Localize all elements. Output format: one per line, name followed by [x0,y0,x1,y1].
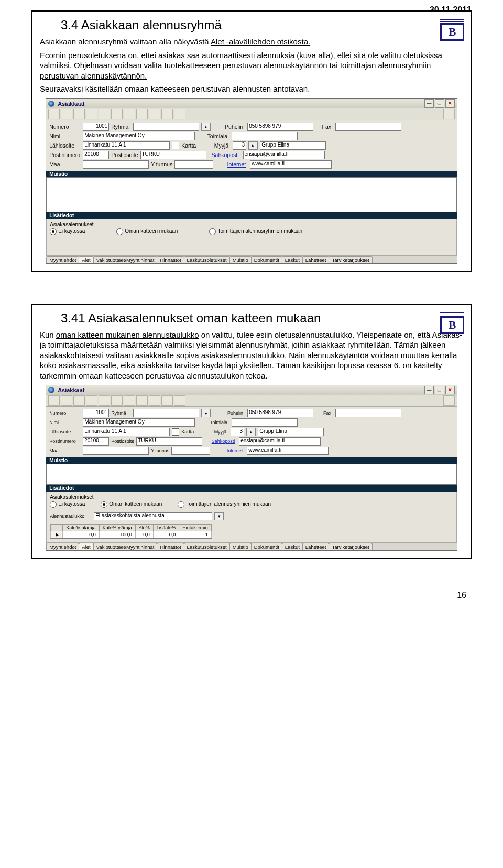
minimize-button[interactable]: — [424,99,434,108]
myyja-lookup-button[interactable]: ▸ [248,141,258,150]
puhelin-field[interactable]: 050 5898 979 [247,409,313,417]
ytunnus-field[interactable] [174,160,213,169]
muistio-textarea[interactable] [46,177,457,212]
toimiala-field[interactable] [232,418,298,427]
tab-alet[interactable]: Alet [79,256,93,263]
postinumero-field[interactable]: 20100 [83,437,109,446]
maa-field[interactable] [83,160,149,169]
alennus-grid[interactable]: Kate%-alaraja Kate%-yläraja Ale% Lisäale… [50,524,212,539]
toolbar-btn[interactable] [161,109,173,119]
radio-ei-kaytossa[interactable]: Ei käytössä [50,501,85,508]
lahiosoite-field[interactable]: Linnankatu 11 A 1 [83,428,170,436]
nimi-field[interactable]: Mäkinen Management Oy [83,418,195,427]
tab-hinnastot[interactable]: Hinnastot [157,543,184,550]
puhelin-field[interactable]: 050 5898 979 [247,123,313,131]
tab-myyntiehdot[interactable]: Myyntiehdot [46,543,79,550]
tab-vakiotuotteet[interactable]: Vakiotuotteet/Myyntihinnat [93,543,158,550]
close-button[interactable]: ✕ [445,99,455,108]
toolbar-btn[interactable] [73,109,85,119]
myyja-lookup-button[interactable]: ▸ [246,428,256,436]
toolbar-btn[interactable] [149,395,160,406]
toolbar-btn[interactable] [86,395,97,406]
radio-toimittajien[interactable]: Toimittajien alennusryhmien mukaan [178,501,271,508]
toolbar-btn[interactable] [443,109,455,119]
toolbar-btn[interactable] [174,395,185,406]
sahkoposti-field[interactable]: ensiapu@camilla.fi [239,437,321,446]
tab-lahetteet[interactable]: Lähetteet [302,543,330,550]
radio-ei-kaytossa[interactable]: Ei käytössä [50,228,85,235]
internet-field[interactable]: www.camilla.fi [247,447,329,455]
tab-laskut[interactable]: Laskut [282,256,303,263]
toolbar-btn[interactable] [174,109,185,119]
ryhma-field[interactable] [133,409,199,417]
tab-laskutusoletukset[interactable]: Laskutusoletukset [184,543,230,550]
tab-dokumentit[interactable]: Dokumentit [251,543,282,550]
toolbar-btn[interactable] [136,395,148,406]
dropdown-button[interactable]: ▾ [214,512,224,520]
ryhma-lookup-button[interactable]: ▸ [201,409,211,417]
toolbar-btn[interactable] [161,395,173,406]
tab-vakiotuotteet[interactable]: Vakiotuotteet/Myyntihinnat [93,256,158,263]
toolbar-btn[interactable] [99,395,110,406]
fax-field[interactable] [335,409,401,417]
myyja-name-field[interactable]: Grupp Elina [258,428,324,436]
tab-alet[interactable]: Alet [79,543,93,550]
ytunnus-field[interactable] [171,447,210,455]
toolbar-btn[interactable] [48,109,60,119]
toolbar-btn[interactable] [443,395,455,406]
radio-oman-katteen[interactable]: Oman katteen mukaan [101,501,162,508]
titlebar[interactable]: Asiakkaat — ▭ ✕ [46,385,457,395]
fax-field[interactable] [335,123,401,131]
toolbar-btn[interactable] [111,395,123,406]
radio-oman-katteen[interactable]: Oman katteen mukaan [116,228,178,235]
tab-lahetteet[interactable]: Lähetteet [302,256,330,263]
tab-dokumentit[interactable]: Dokumentit [251,256,282,263]
radio-toimittajien[interactable]: Toimittajien alennusryhmien mukaan [209,228,302,235]
titlebar[interactable]: Asiakkaat — ▭ ✕ [46,99,457,108]
label-sahkoposti[interactable]: Sähköposti [204,439,237,444]
table-row[interactable]: ▶ 0,0 100,0 0,0 0,0 1 [51,531,212,538]
label-internet[interactable]: Internet [212,448,245,453]
toolbar-btn[interactable] [73,395,85,406]
tab-muistio[interactable]: Muistio [229,543,252,550]
maximize-button[interactable]: ▭ [435,386,444,394]
tab-laskut[interactable]: Laskut [282,543,303,550]
tab-myyntiehdot[interactable]: Myyntiehdot [46,256,79,263]
tab-hinnastot[interactable]: Hinnastot [157,256,184,263]
toolbar-btn[interactable] [124,109,135,119]
sahkoposti-field[interactable]: ensiapu@camilla.fi [243,151,325,159]
toolbar-btn[interactable] [99,109,110,119]
tab-tarviketarjoukset[interactable]: Tarviketarjoukset [329,256,372,263]
myyja-name-field[interactable]: Grupp Elina [260,141,326,150]
maximize-button[interactable]: ▭ [435,99,444,108]
nimi-field[interactable]: Mäkinen Management Oy [83,132,195,140]
internet-field[interactable]: www.camilla.fi [250,160,332,169]
maa-field[interactable] [83,447,149,455]
tab-tarviketarjoukset[interactable]: Tarviketarjoukset [329,543,372,550]
toolbar-btn[interactable] [136,109,148,119]
lahiosoite-field[interactable]: Linnankatu 11 A 1 [83,141,170,150]
toolbar-btn[interactable] [124,395,135,406]
toolbar-btn[interactable] [111,109,123,119]
postinumero-field[interactable]: 20100 [83,151,109,159]
tab-laskutusoletukset[interactable]: Laskutusoletukset [184,256,230,263]
toimiala-field[interactable] [232,132,298,140]
postiosoite-field[interactable]: TURKU [140,151,206,159]
ryhma-field[interactable] [133,123,199,131]
toolbar-btn[interactable] [61,395,72,406]
muistio-textarea[interactable] [46,464,457,485]
toolbar-btn[interactable] [149,109,160,119]
kartta-checkbox[interactable] [172,142,179,149]
minimize-button[interactable]: — [424,386,434,394]
numero-field[interactable]: 1001 [83,123,109,131]
kartta-checkbox[interactable] [172,428,179,436]
label-sahkoposti[interactable]: Sähköposti [209,152,241,158]
ryhma-lookup-button[interactable]: ▸ [201,123,211,131]
myyja-num-field[interactable]: 3 [231,428,244,436]
close-button[interactable]: ✕ [445,386,455,394]
myyja-num-field[interactable]: 3 [233,141,246,150]
tab-muistio[interactable]: Muistio [229,256,252,263]
toolbar-btn[interactable] [61,109,72,119]
toolbar-btn[interactable] [86,109,97,119]
alennustaulukko-select[interactable]: Ei asiakaskohtaista alennusta [94,512,212,520]
